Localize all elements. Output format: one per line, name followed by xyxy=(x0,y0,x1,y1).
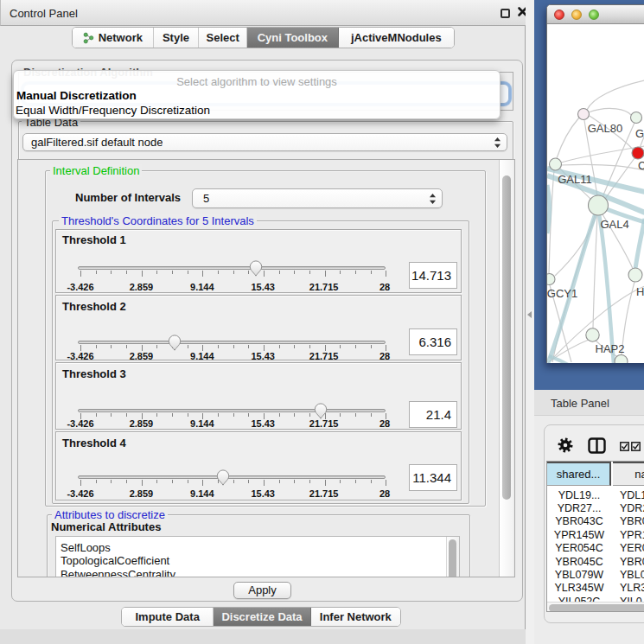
slider-scale-label: -3.426 xyxy=(67,351,93,361)
desktop-area: GAL80G...C...GAL11GAL4GCY1H...HAP2 Table… xyxy=(534,0,644,644)
table-cell-name[interactable]: YBR0 xyxy=(620,515,644,528)
control-panel-titlebar[interactable]: Control Panel xyxy=(0,0,526,26)
attributes-scrollbar-thumb[interactable] xyxy=(449,539,456,577)
checkbox-icon[interactable] xyxy=(620,442,629,451)
threshold-value-field[interactable]: 21.4 xyxy=(409,401,457,428)
attribute-list-item[interactable]: TopologicalCoefficient xyxy=(56,554,459,567)
tab-cyni-toolbox[interactable]: Cyni Toolbox xyxy=(247,28,339,48)
table-scrollbar-thumb[interactable] xyxy=(549,604,644,612)
column-header-shared-name[interactable]: shared... xyxy=(547,462,611,486)
slider-thumb[interactable] xyxy=(314,403,328,419)
table-cell-shared-name[interactable]: YBR045C xyxy=(547,556,611,569)
settings-scrollbar-thumb[interactable] xyxy=(502,175,511,500)
table-cell-name[interactable]: YPR1 xyxy=(620,529,644,542)
slider-track[interactable] xyxy=(78,266,386,270)
slider-scale-label: 2.859 xyxy=(130,418,154,429)
slider-thumb[interactable] xyxy=(216,469,230,486)
svg-text:GAL11: GAL11 xyxy=(558,173,592,186)
network-canvas[interactable]: GAL80G...C...GAL11GAL4GCY1H...HAP2 xyxy=(547,24,644,363)
table-panel-titlebar[interactable]: Table Panel xyxy=(534,390,644,416)
threshold-panel: Threshold 3-3.4262.8599.14415.4321.71528… xyxy=(55,362,462,430)
split-collapse-arrow-icon[interactable] xyxy=(527,311,532,318)
table-cell-shared-name[interactable]: YBL079W xyxy=(547,569,611,582)
network-view-window[interactable]: GAL80G...C...GAL11GAL4GCY1H...HAP2 xyxy=(546,4,644,363)
columns-icon[interactable] xyxy=(588,437,606,454)
table-cell-shared-name[interactable]: YDL19... xyxy=(547,489,611,502)
number-of-intervals-value: 5 xyxy=(193,192,209,205)
cyni-toolbox-content: Discretization Algorithm Select algorith… xyxy=(11,60,523,602)
threshold-panel: Threshold 1-3.4262.8599.14415.4321.71528… xyxy=(55,229,462,293)
slider-major-ticks xyxy=(80,271,386,277)
bottom-tab-bar: Impute Data Discretize Data Infer Networ… xyxy=(121,607,401,627)
attributes-list-scrollbar[interactable] xyxy=(446,537,459,577)
zoom-traffic-light-icon[interactable] xyxy=(589,10,599,20)
threshold-value-field[interactable]: 6.316 xyxy=(409,328,457,355)
table-cell-shared-name[interactable]: YER054C xyxy=(547,542,611,555)
tab-jactivemnodules[interactable]: jActiveMNodules xyxy=(339,28,454,48)
table-cell-name[interactable]: YBL0 xyxy=(620,569,644,582)
tab-network[interactable]: Network xyxy=(73,28,154,48)
threshold-panel: Threshold 4-3.4262.8599.14415.4321.71528… xyxy=(55,431,462,501)
gear-icon[interactable] xyxy=(558,437,573,453)
table-cell-name[interactable]: YBR0 xyxy=(620,556,644,569)
settings-vertical-scrollbar[interactable] xyxy=(499,160,513,577)
table-cell-shared-name[interactable]: YBR043C xyxy=(547,515,611,528)
table-cell-shared-name[interactable]: YPR145W xyxy=(547,529,611,542)
table-cell-name[interactable]: YLR3 xyxy=(620,582,644,595)
numerical-attributes-list[interactable]: SelfLoops TopologicalCoefficient Between… xyxy=(55,536,460,577)
tab-infer-network[interactable]: Infer Network xyxy=(311,608,400,626)
apply-button[interactable]: Apply xyxy=(233,582,291,599)
algorithm-dropdown-popup: Select algorithm to view settings Manual… xyxy=(13,70,501,119)
tab-network-label: Network xyxy=(99,31,143,44)
checkbox-icon[interactable] xyxy=(631,442,641,451)
network-desktop: GAL80G...C...GAL11GAL4GCY1H...HAP2 xyxy=(534,0,644,390)
tab-impute-data[interactable]: Impute Data xyxy=(122,608,214,626)
slider-scale-label: 21.715 xyxy=(309,488,339,499)
algorithm-prompt-option[interactable]: Select algorithm to view settings xyxy=(14,75,500,88)
threshold-value-field[interactable]: 14.713 xyxy=(409,262,457,289)
tab-style[interactable]: Style xyxy=(154,28,200,48)
slider-scale-label: 15.43 xyxy=(251,488,275,499)
slider-scale-label: 28 xyxy=(379,418,390,429)
column-header-name[interactable]: na... xyxy=(613,462,644,486)
float-window-icon[interactable] xyxy=(501,9,510,18)
table-cell-shared-name[interactable]: YLR345W xyxy=(547,582,611,595)
network-window-titlebar[interactable] xyxy=(547,5,644,24)
slider-scale-label: 21.715 xyxy=(309,282,339,292)
node-table: shared... na... YDL19...YDL1YDR27...YDR2… xyxy=(546,461,644,612)
screen: Control Panel Network Style Selec xyxy=(0,0,644,644)
split-pane-divider[interactable] xyxy=(526,0,534,644)
threshold-panel: Threshold 2-3.4262.8599.14415.4321.71528… xyxy=(55,295,462,360)
interval-definition-group-title: Interval Definition xyxy=(50,164,142,177)
table-cell-name[interactable]: YDL1 xyxy=(620,489,644,502)
close-traffic-light-icon[interactable] xyxy=(554,10,564,20)
slider-track[interactable] xyxy=(78,409,386,412)
algorithm-option-manual[interactable]: Manual Discretization xyxy=(16,89,137,102)
slider-scale-label: 15.43 xyxy=(251,351,275,361)
tab-discretize-data[interactable]: Discretize Data xyxy=(214,608,310,626)
table-horizontal-scrollbar[interactable] xyxy=(547,602,644,612)
threshold-label: Threshold 3 xyxy=(62,367,126,380)
attribute-list-item[interactable]: SelfLoops xyxy=(56,541,459,554)
slider-track[interactable] xyxy=(78,341,386,344)
slider-track[interactable] xyxy=(78,475,386,479)
table-data-combo[interactable]: galFiltered.sif default node xyxy=(22,133,507,151)
attribute-list-item[interactable]: BetweennessCentrality xyxy=(56,568,459,578)
table-cell-shared-name[interactable]: YDR27... xyxy=(547,502,611,515)
slider-scale-label: 15.43 xyxy=(251,418,275,429)
threshold-value-field[interactable]: 11.344 xyxy=(409,464,457,491)
minimize-traffic-light-icon[interactable] xyxy=(571,10,582,20)
table-data-combo-value: galFiltered.sif default node xyxy=(23,136,163,149)
number-of-intervals-combo[interactable]: 5 xyxy=(192,188,443,208)
network-icon xyxy=(83,32,94,44)
slider-scale-label: 15.43 xyxy=(251,282,275,292)
slider-thumb[interactable] xyxy=(249,260,263,277)
slider-scale-label: 28 xyxy=(379,351,390,361)
svg-text:H...: H... xyxy=(636,285,644,298)
algorithm-option-equal-width[interactable]: Equal Width/Frequency Discretization xyxy=(16,104,210,117)
table-cell-name[interactable]: YDR2 xyxy=(620,502,644,515)
slider-scale-label: 9.144 xyxy=(190,418,214,429)
table-cell-name[interactable]: YER0 xyxy=(620,542,644,555)
tab-select[interactable]: Select xyxy=(199,28,247,48)
slider-thumb[interactable] xyxy=(168,335,182,351)
